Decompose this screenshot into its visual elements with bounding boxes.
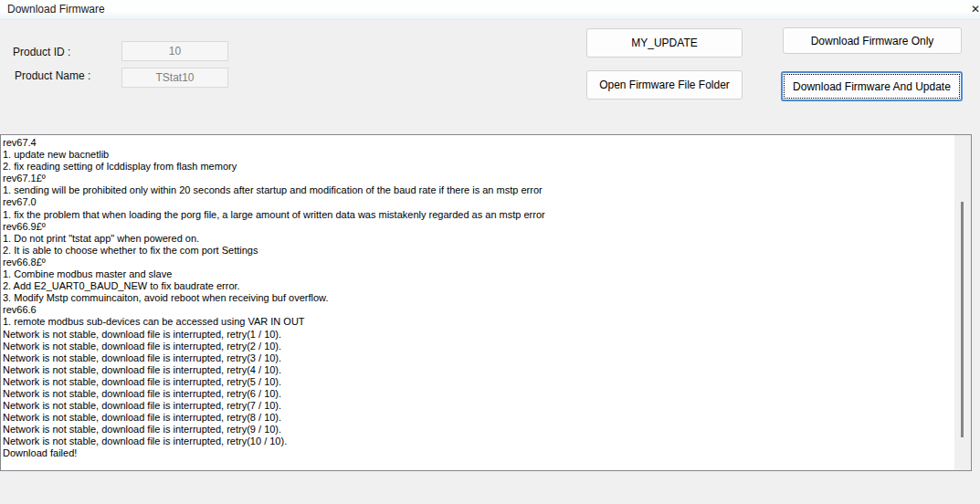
- title-bar: Download Firmware ✕: [0, 0, 980, 20]
- open-firmware-file-folder-button[interactable]: Open Firmware File Folder: [586, 70, 743, 100]
- log-line: 1. Combine modbus master and slave: [3, 268, 953, 280]
- log-line: 2. Add E2_UART0_BAUD_NEW to fix baudrate…: [3, 280, 953, 292]
- log-line: Network is not stable, download file is …: [3, 388, 953, 400]
- product-id-label: Product ID :: [13, 46, 70, 58]
- download-firmware-dialog: { "window": { "title": "Download Firmwar…: [0, 0, 980, 504]
- log-line: Network is not stable, download file is …: [3, 329, 953, 341]
- log-line: rev67.4: [3, 137, 953, 149]
- my-update-button[interactable]: MY_UPDATE: [586, 28, 743, 58]
- product-name-field[interactable]: [121, 68, 228, 88]
- download-firmware-and-update-button[interactable]: Download Firmware And Update: [781, 71, 963, 101]
- log-line: 1. sending will be prohibited only withi…: [3, 184, 953, 196]
- product-name-label: Product Name :: [15, 69, 90, 82]
- log-line: 1. remote modbus sub-devices can be acce…: [3, 316, 953, 328]
- firmware-log-box[interactable]: rev67.41. update new bacnetlib2. fix rea…: [0, 134, 972, 471]
- log-line: 1. update new bacnetlib: [3, 149, 953, 161]
- log-line: Network is not stable, download file is …: [3, 364, 953, 376]
- vertical-scrollbar[interactable]: [954, 135, 971, 470]
- log-line: Network is not stable, download file is …: [3, 412, 953, 424]
- scrollbar-thumb[interactable]: [961, 202, 964, 437]
- log-line: 3. Modify Mstp commuincaiton, avoid rebo…: [3, 292, 953, 304]
- close-icon[interactable]: ✕: [971, 2, 980, 16]
- log-line: 1. fix the problem that when loading the…: [3, 209, 953, 221]
- log-line: rev67.1£º: [3, 173, 953, 184]
- log-line: Network is not stable, download file is …: [3, 436, 953, 447]
- log-line: rev66.8£º: [3, 257, 953, 268]
- window-title: Download Firmware: [7, 3, 105, 16]
- download-firmware-only-button[interactable]: Download Firmware Only: [783, 27, 962, 54]
- log-line: Network is not stable, download file is …: [3, 400, 953, 412]
- log-line: rev67.0: [3, 196, 953, 208]
- log-line: Download failed!: [3, 447, 953, 459]
- log-line: rev66.6: [3, 304, 953, 316]
- log-line: 2. fix reading setting of lcddisplay fro…: [3, 161, 953, 173]
- product-id-field[interactable]: [121, 41, 228, 61]
- log-line: Network is not stable, download file is …: [3, 376, 953, 388]
- log-line: 2. It is able to choose whether to fix t…: [3, 245, 953, 257]
- log-line: rev66.9£º: [3, 221, 953, 233]
- log-line: Network is not stable, download file is …: [3, 352, 953, 364]
- log-line: Network is not stable, download file is …: [3, 341, 953, 352]
- log-line: 1. Do not print "tstat app" when powered…: [3, 233, 953, 245]
- log-line: Network is not stable, download file is …: [3, 424, 953, 436]
- log-text: rev67.41. update new bacnetlib2. fix rea…: [3, 137, 953, 460]
